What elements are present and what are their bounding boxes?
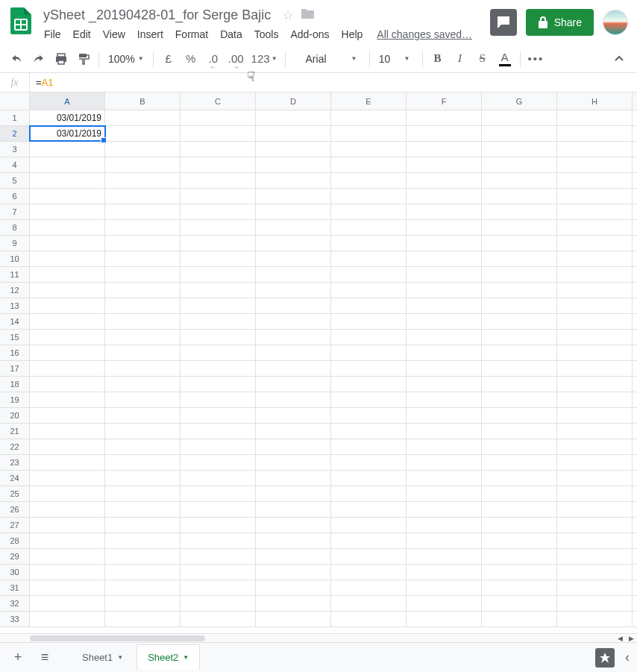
cell-F4[interactable] [407,157,482,172]
cell-H1[interactable] [557,110,633,125]
cell-C4[interactable] [181,157,256,172]
cell-H22[interactable] [557,439,633,454]
comments-button[interactable] [490,9,517,36]
save-status[interactable]: All changes saved… [369,28,472,40]
redo-button[interactable] [28,48,49,69]
cell-G30[interactable] [482,565,557,580]
cell-A26[interactable] [30,502,105,517]
cell-G2[interactable] [482,126,557,141]
cell-B16[interactable] [105,345,181,360]
cell-G20[interactable] [482,408,557,423]
cell-D5[interactable] [256,173,331,188]
column-header-C[interactable]: C [181,92,256,110]
row-header-25[interactable]: 25 [0,486,30,501]
cell-E17[interactable] [331,361,407,376]
cell-B7[interactable] [105,204,181,219]
cell-C23[interactable] [181,455,256,470]
cell-H10[interactable] [557,251,633,266]
cell-H31[interactable] [557,580,633,595]
cell-E10[interactable] [331,251,407,266]
cell-B17[interactable] [105,361,181,376]
cell-G21[interactable] [482,424,557,439]
row-header-3[interactable]: 3 [0,142,30,157]
cell-G31[interactable] [482,580,557,595]
horizontal-scrollbar[interactable]: ◀▶ [0,633,637,642]
cell-F5[interactable] [407,173,482,188]
cell-B14[interactable] [105,314,181,329]
bold-button[interactable]: B [427,48,448,69]
cell-E1[interactable] [331,110,407,125]
cell-E22[interactable] [331,439,407,454]
cell-G29[interactable] [482,549,557,564]
cell-D22[interactable] [256,439,331,454]
cell-A6[interactable] [30,189,105,204]
cell-E18[interactable] [331,377,407,392]
cell-A27[interactable] [30,518,105,533]
cell-F17[interactable] [407,361,482,376]
cell-D24[interactable] [256,471,331,486]
row-header-5[interactable]: 5 [0,173,30,188]
cell-H27[interactable] [557,518,633,533]
cell-B22[interactable] [105,439,181,454]
menu-tools[interactable]: Tools [249,25,284,43]
menu-data[interactable]: Data [215,25,248,43]
cell-G4[interactable] [482,157,557,172]
cell-A8[interactable] [30,220,105,235]
cell-G13[interactable] [482,298,557,313]
cell-F27[interactable] [407,518,482,533]
row-header-31[interactable]: 31 [0,580,30,595]
cell-F18[interactable] [407,377,482,392]
cell-E30[interactable] [331,565,407,580]
cell-A15[interactable] [30,330,105,345]
explore-button[interactable] [595,648,615,668]
cell-D20[interactable] [256,408,331,423]
cell-H7[interactable] [557,204,633,219]
cell-F11[interactable] [407,267,482,282]
cell-C7[interactable] [181,204,256,219]
row-header-30[interactable]: 30 [0,565,30,580]
cell-C21[interactable] [181,424,256,439]
cell-A23[interactable] [30,455,105,470]
cell-D30[interactable] [256,565,331,580]
cell-B1[interactable] [105,110,181,125]
cell-H26[interactable] [557,502,633,517]
cell-C31[interactable] [181,580,256,595]
cell-E23[interactable] [331,455,407,470]
cell-B26[interactable] [105,502,181,517]
cell-D18[interactable] [256,377,331,392]
cell-C17[interactable] [181,361,256,376]
cell-B32[interactable] [105,596,181,611]
cell-C19[interactable] [181,392,256,407]
cell-C15[interactable] [181,330,256,345]
cell-A29[interactable] [30,549,105,564]
cell-F7[interactable] [407,204,482,219]
cell-C16[interactable] [181,345,256,360]
cell-F2[interactable] [407,126,482,141]
cell-E8[interactable] [331,220,407,235]
cell-E25[interactable] [331,486,407,501]
scroll-left-icon[interactable]: ◀ [618,635,623,642]
cell-H5[interactable] [557,173,633,188]
cell-G18[interactable] [482,377,557,392]
cell-E4[interactable] [331,157,407,172]
cell-H2[interactable] [557,126,633,141]
cell-H11[interactable] [557,267,633,282]
cell-D26[interactable] [256,502,331,517]
cell-G17[interactable] [482,361,557,376]
column-header-B[interactable]: B [105,92,181,110]
cell-H13[interactable] [557,298,633,313]
cell-C26[interactable] [181,502,256,517]
cell-G19[interactable] [482,392,557,407]
cell-A28[interactable] [30,533,105,548]
star-icon[interactable]: ☆ [283,8,293,22]
account-avatar[interactable] [603,10,628,35]
cell-E29[interactable] [331,549,407,564]
cell-A10[interactable] [30,251,105,266]
cell-A1[interactable]: 03/01/2019 [30,110,105,125]
cell-C10[interactable] [181,251,256,266]
cell-D25[interactable] [256,486,331,501]
cell-G6[interactable] [482,189,557,204]
row-header-24[interactable]: 24 [0,471,30,486]
cell-A24[interactable] [30,471,105,486]
more-toolbar-button[interactable]: ••• [525,48,547,69]
